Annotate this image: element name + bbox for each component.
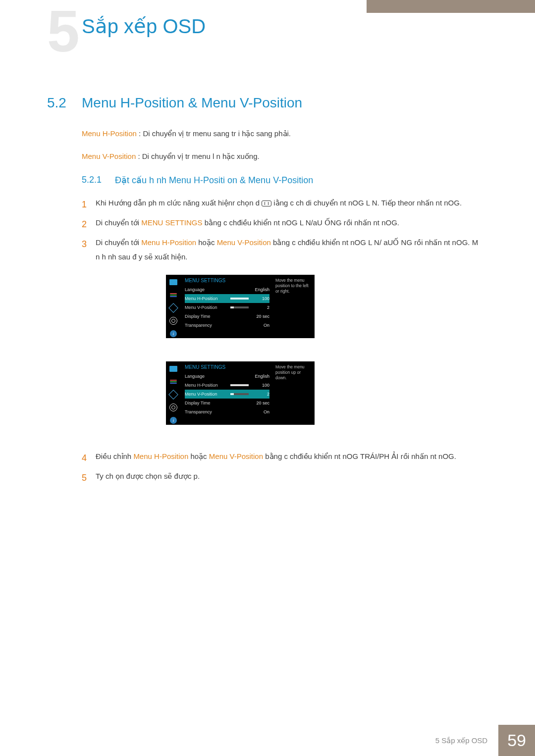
step-text: Di chuyển tới	[96, 238, 141, 247]
osd-screenshot-v: i MENU SETTINGS Language English Menu H-…	[166, 361, 315, 425]
intro-h-text: : Di chuyển vị tr menu sang tr i hặc san…	[139, 129, 291, 138]
osd-header: MENU SETTINGS	[185, 278, 269, 283]
osd-row-hposition: Menu H-Position 100	[185, 381, 269, 390]
intro-v-label: Menu V-Position	[82, 152, 136, 160]
osd-row-displaytime: Display Time 20 sec	[185, 312, 269, 321]
step-text: hoặc	[198, 238, 216, 247]
osd-label: Menu H-Position	[185, 296, 230, 301]
gear-icon	[169, 403, 178, 412]
osd-value: 100	[253, 383, 269, 388]
osd-label: Menu V-Position	[185, 392, 230, 397]
step-text: Ty ch ọn được chọn sẽ được p.	[96, 472, 200, 480]
osd-label: Menu V-Position	[185, 305, 230, 310]
osd-value: 2	[253, 392, 269, 397]
page-footer: 5 Sắp xếp OSD 59	[435, 725, 535, 756]
step-1: 1 Khi Hướng dẫn ph m clức năng xuất hiện…	[82, 196, 481, 213]
menu-v-label: Menu V-Position	[209, 452, 263, 460]
section-number: 5.2	[47, 95, 66, 111]
subsection-number: 5.2.1	[82, 175, 102, 185]
color-bars-icon	[169, 377, 178, 386]
osd-label: Language	[185, 287, 230, 292]
osd-sidebar: i	[166, 275, 181, 338]
step-number: 2	[82, 216, 96, 233]
osd-main: MENU SETTINGS Language English Menu H-Po…	[181, 275, 273, 338]
steps-upper: 1 Khi Hướng dẫn ph m clức năng xuất hiện…	[82, 196, 481, 267]
step-text: bằng c chđiều khiển nt nOG TRÁI/PH ẢI rồ…	[265, 452, 456, 460]
gear-icon	[169, 316, 178, 325]
osd-row-vposition: Menu V-Position 2	[185, 303, 269, 312]
monitor-icon	[169, 364, 178, 373]
step-number: 1	[82, 196, 96, 213]
osd-row-transparency: Transparency On	[185, 321, 269, 330]
osd-value: English	[253, 374, 269, 379]
footer-chapter-label: 5 Sắp xếp OSD	[435, 725, 499, 756]
move-icon	[169, 303, 178, 312]
osd-value: 20 sec	[253, 314, 269, 319]
osd-row-language: Language English	[185, 372, 269, 381]
page-number: 59	[498, 725, 535, 756]
step-text: Khi Hướng dẫn ph m clức năng xuất hiệnr …	[96, 199, 262, 207]
header-accent-bar	[367, 0, 535, 13]
subsection-title: Đặt cấu h nh Menu H-Positi on & Menu V-P…	[115, 175, 313, 186]
osd-value: On	[253, 323, 269, 328]
osd-label: Menu H-Position	[185, 383, 230, 388]
osd-screenshot-h: i MENU SETTINGS Language English Menu H-…	[166, 275, 315, 338]
step-text: Điều chỉnh	[96, 452, 133, 460]
osd-label: Display Time	[185, 314, 230, 319]
osd-label: Transparency	[185, 323, 230, 328]
osd-row-language: Language English	[185, 285, 269, 294]
move-icon	[169, 390, 178, 399]
osd-value: 20 sec	[253, 401, 269, 405]
osd-row-hposition: Menu H-Position 100	[185, 294, 269, 303]
step-number: 4	[82, 450, 96, 466]
osd-slider	[230, 298, 249, 300]
step-text: bằng c chđiều khiển nt nOG L N/aU ỐNG rồ…	[205, 218, 399, 227]
section-title: Menu H-Position & Menu V-Position	[82, 95, 302, 111]
color-bars-icon	[169, 291, 178, 300]
menu-settings-label: MENU SETTINGS	[141, 218, 202, 227]
osd-sidebar: i	[166, 361, 181, 425]
step-4: 4 Điều chỉnh Menu H-Position hoặc Menu V…	[82, 450, 481, 466]
intro-v-text: : Di chuyển vị tr menu l n hặc xuống.	[138, 152, 259, 160]
osd-slider	[230, 306, 249, 308]
osd-row-transparency: Transparency On	[185, 407, 269, 416]
step-text: hoặc	[190, 452, 209, 460]
step-5: 5 Ty ch ọn được chọn sẽ được p.	[82, 469, 481, 486]
osd-value: English	[253, 287, 269, 292]
chapter-number-bg: 5	[47, 2, 80, 60]
menu-v-label: Menu V-Position	[217, 238, 271, 247]
osd-main: MENU SETTINGS Language English Menu H-Po…	[181, 361, 273, 425]
intro-h-label: Menu H-Position	[82, 129, 137, 138]
info-icon: i	[169, 329, 178, 338]
osd-label: Language	[185, 374, 230, 379]
jog-icon	[262, 201, 271, 206]
osd-header: MENU SETTINGS	[185, 364, 269, 370]
step-number: 3	[82, 236, 96, 264]
osd-slider	[230, 393, 249, 395]
osd-hint: Move the menu position up or down.	[273, 361, 315, 425]
osd-row-displaytime: Display Time 20 sec	[185, 399, 269, 407]
step-3: 3 Di chuyển tới Menu H-Position hoặc Men…	[82, 236, 481, 264]
osd-label: Transparency	[185, 409, 230, 414]
intro-block: Menu H-Position : Di chuyển vị tr menu s…	[82, 128, 291, 173]
osd-hint: Move the menu position to the left or ri…	[273, 275, 315, 338]
osd-row-vposition: Menu V-Position 2	[185, 390, 269, 399]
chapter-title: Sắp xếp OSD	[82, 15, 206, 38]
monitor-icon	[169, 278, 178, 287]
menu-h-label: Menu H-Position	[141, 238, 196, 247]
osd-slider	[230, 384, 249, 386]
info-icon: i	[169, 416, 178, 425]
osd-value: On	[253, 409, 269, 414]
osd-value: 2	[253, 305, 269, 310]
step-number: 5	[82, 469, 96, 486]
steps-lower: 4 Điều chỉnh Menu H-Position hoặc Menu V…	[82, 450, 481, 489]
step-text: iằng c ch di chuyển nt nOG L N. Tiếp the…	[273, 199, 462, 207]
step-2: 2 Di chuyển tới MENU SETTINGS bằng c chđ…	[82, 216, 481, 233]
osd-label: Display Time	[185, 401, 230, 405]
menu-h-label: Menu H-Position	[133, 452, 188, 460]
osd-value: 100	[253, 296, 269, 301]
step-text: Di chuyển tới	[96, 218, 141, 227]
